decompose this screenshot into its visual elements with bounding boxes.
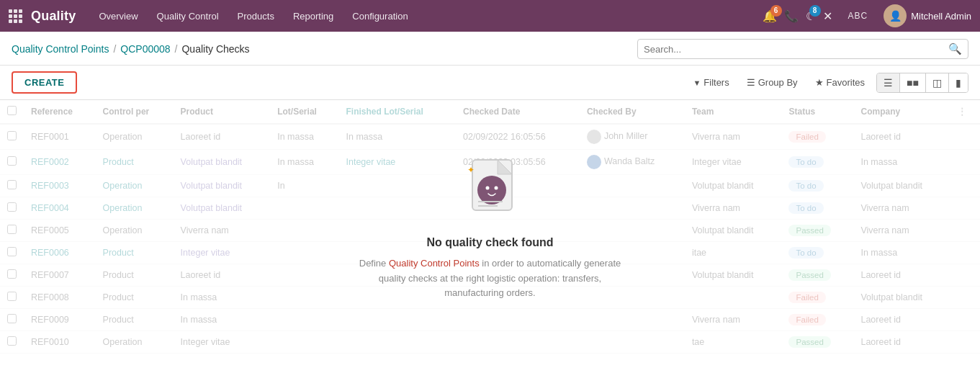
breadcrumb-current: Quality Checks [181, 43, 249, 55]
brand-name[interactable]: Quality [31, 9, 76, 24]
toolbar-left: CREATE [12, 71, 77, 94]
quality-control-points-link[interactable]: Quality Control Points [389, 258, 480, 269]
svg-point-3 [485, 186, 489, 189]
search-icon[interactable]: 🔍 [948, 42, 962, 55]
main-nav: Overview Quality Control Products Report… [90, 6, 759, 26]
close-icon[interactable]: ✕ [823, 9, 832, 23]
no-results-title: No quality check found [354, 236, 627, 249]
nav-reporting[interactable]: Reporting [284, 6, 342, 26]
list-view-button[interactable]: ☰ [877, 73, 900, 92]
topbar: Quality Overview Quality Control Product… [0, 0, 980, 32]
svg-text:✦: ✦ [467, 165, 475, 175]
svg-point-2 [477, 176, 506, 205]
star-icon: ★ [815, 77, 824, 88]
no-results-desc: Define Quality Control Points in order t… [354, 256, 627, 301]
moon-badge: 8 [809, 5, 821, 17]
kanban-view-button[interactable]: ■■ [900, 73, 926, 92]
moon-icon[interactable]: ☾ 8 [806, 9, 816, 23]
grid-view-button[interactable]: ◫ [926, 73, 949, 92]
breadcrumb-qcp[interactable]: QCP00008 [120, 43, 170, 55]
notification-badge: 6 [770, 5, 782, 17]
avatar: 👤 [884, 4, 907, 27]
apps-menu-icon[interactable] [9, 9, 22, 23]
breadcrumb-quality-control-points[interactable]: Quality Control Points [12, 43, 109, 55]
phone-icon[interactable]: 📞 [784, 9, 799, 23]
user-name: Mitchell Admin [911, 11, 971, 22]
filter-icon: ▼ [693, 78, 701, 87]
subheader: Quality Control Points / QCP00008 / Qual… [0, 32, 980, 66]
search-bar: 🔍 [637, 39, 968, 59]
nav-products[interactable]: Products [229, 6, 283, 26]
no-results-overlay: ✦ No quality check found Define Quality … [0, 100, 980, 354]
toolbar-right: ▼ Filters ☰ Group By ★ Favorites ☰ ■■ ◫ … [687, 73, 968, 93]
no-results-content: ✦ No quality check found Define Quality … [339, 131, 642, 323]
breadcrumb: Quality Control Points / QCP00008 / Qual… [12, 43, 250, 55]
nav-configuration[interactable]: Configuration [343, 6, 416, 26]
abc-label[interactable]: ABC [840, 6, 877, 25]
nav-quality-control[interactable]: Quality Control [148, 6, 228, 26]
search-input[interactable] [644, 44, 948, 55]
topbar-right: 🔔 6 📞 ☾ 8 ✕ ABC 👤 Mitchell Admin [763, 4, 972, 27]
table-container: Reference Control per Product Lot/Serial… [0, 100, 980, 354]
view-toggle: ☰ ■■ ◫ ▮ [876, 73, 968, 93]
create-button[interactable]: CREATE [12, 71, 77, 94]
group-by-button[interactable]: ☰ Group By [741, 74, 804, 91]
nav-overview[interactable]: Overview [90, 6, 146, 26]
group-by-icon: ☰ [747, 77, 755, 88]
filters-button[interactable]: ▼ Filters [687, 74, 734, 91]
no-results-icon: ✦ [454, 153, 526, 225]
favorites-button[interactable]: ★ Favorites [809, 74, 871, 91]
svg-point-4 [494, 186, 498, 189]
chart-view-button[interactable]: ▮ [949, 73, 968, 92]
notifications-icon[interactable]: 🔔 6 [763, 9, 777, 23]
user-menu[interactable]: 👤 Mitchell Admin [884, 4, 971, 27]
toolbar: CREATE ▼ Filters ☰ Group By ★ Favorites … [0, 66, 980, 100]
